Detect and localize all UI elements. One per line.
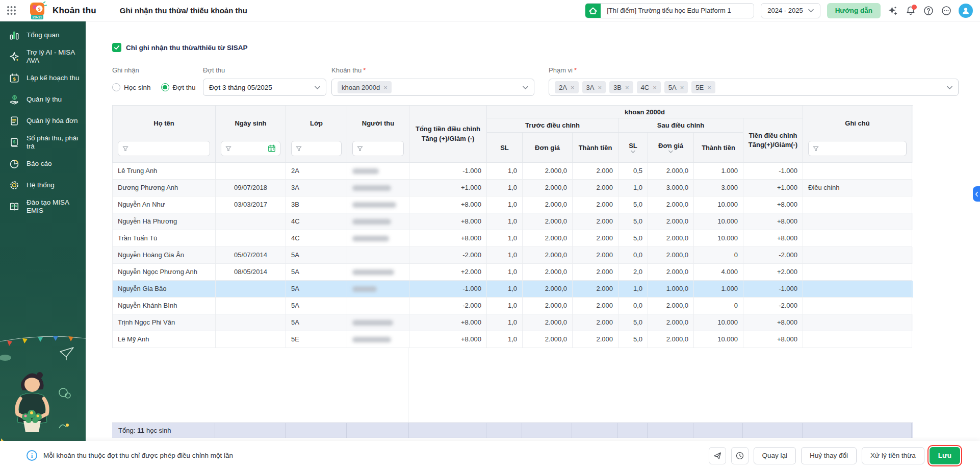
- collector-filter-input[interactable]: [352, 141, 404, 156]
- cell-pre-qty: 1,0: [487, 230, 523, 247]
- side-panel-toggle[interactable]: [973, 186, 980, 202]
- cancel-changes-button[interactable]: Huỷ thay đổi: [801, 447, 857, 464]
- cell-post-qty[interactable]: 0,0: [618, 298, 648, 314]
- table-row[interactable]: Nguyễn Khánh Bình5A-2.0001,02.000,02.000…: [113, 298, 913, 314]
- cell-post-qty[interactable]: 5,0: [618, 196, 648, 213]
- remove-tag-icon[interactable]: ×: [625, 84, 629, 91]
- cell-post-price[interactable]: 2.000,0: [648, 298, 694, 314]
- cell-post-price[interactable]: 1.000,0: [648, 281, 694, 298]
- name-filter-input[interactable]: [118, 141, 210, 156]
- cell-adjustment: -1.000: [743, 163, 803, 180]
- school-selector[interactable]: [Thí điểm] Trường tiểu học Edu Platform …: [585, 3, 754, 18]
- table-row[interactable]: Nguyễn Hoàng Gia Ân05/07/20145A-2.0001,0…: [113, 247, 913, 264]
- ai-sparkles-icon[interactable]: [887, 5, 898, 16]
- school-year-select[interactable]: 2024 - 2025: [761, 3, 820, 18]
- table-row[interactable]: Nguyễn Hà Phương4C+8.0001,02.000,02.0005…: [113, 213, 913, 230]
- cell-post-price[interactable]: 2.000,0: [648, 230, 694, 247]
- remove-tag-icon[interactable]: ×: [707, 84, 711, 91]
- cell-collector: [347, 196, 409, 213]
- handle-surplus-button[interactable]: Xử lý tiền thừa: [862, 447, 924, 464]
- sidebar-item-bar-chart[interactable]: Tổng quan: [0, 24, 86, 46]
- column-header-post-qty[interactable]: SL: [618, 133, 648, 163]
- sidebar-item-gear[interactable]: Hệ thống: [0, 175, 86, 196]
- remove-tag-icon[interactable]: ×: [653, 84, 657, 91]
- home-icon: [585, 3, 601, 18]
- cell-pre-amount: 2.000: [573, 264, 618, 281]
- cell-post-price[interactable]: 2.000,0: [648, 331, 694, 348]
- cell-post-price[interactable]: 2.000,0: [648, 213, 694, 230]
- remove-tag-icon[interactable]: ×: [383, 84, 388, 91]
- fee-item-label: Khoản thu*: [331, 66, 366, 74]
- radio-option-student[interactable]: Học sinh: [112, 83, 151, 91]
- sidebar-item-calendar-dollar[interactable]: $Lập kế hoạch thu: [0, 67, 86, 89]
- cell-post-amount: 10.000: [694, 213, 743, 230]
- sidebar-item-ledger[interactable]: $Sổ phải thu, phải trả: [0, 132, 86, 153]
- cell-post-qty[interactable]: 0,0: [618, 247, 648, 264]
- cell-post-qty[interactable]: 5,0: [618, 213, 648, 230]
- cell-post-qty[interactable]: 5,0: [618, 331, 648, 348]
- cell-pre-amount: 2.000: [573, 298, 618, 314]
- remove-tag-icon[interactable]: ×: [598, 84, 602, 91]
- cell-post-price[interactable]: 3.000,0: [648, 180, 694, 196]
- notifications-bell-icon[interactable]: [905, 5, 916, 16]
- dob-filter-input[interactable]: [221, 141, 280, 156]
- table-row[interactable]: Trần Tuấn Tú4C+8.0001,02.000,02.0005,02.…: [113, 230, 913, 247]
- app-launcher-grid-icon[interactable]: [7, 6, 16, 15]
- pie-chart-icon: [9, 158, 20, 169]
- sidebar-item-label: Quản lý hóa đơn: [27, 117, 78, 125]
- cell-post-amount: 3.000: [694, 180, 743, 196]
- table-row[interactable]: Nguyễn Gia Bảo5A-1.0001,02.000,02.0001,0…: [113, 281, 913, 298]
- sidebar-item-sparkle[interactable]: Trợ lý AI - MISA AVA: [0, 46, 86, 67]
- paper-plane-icon: [713, 451, 722, 460]
- cell-post-price[interactable]: 2.000,0: [648, 264, 694, 281]
- column-header-post-amount: Thành tiền: [694, 133, 743, 163]
- class-filter-input[interactable]: [291, 141, 342, 156]
- column-header-post-price[interactable]: Đơn giá: [648, 133, 694, 163]
- cell-post-qty[interactable]: 2,0: [618, 264, 648, 281]
- chevron-down-icon: [947, 86, 952, 89]
- cell-post-qty[interactable]: 1,0: [618, 281, 648, 298]
- sidebar-item-hand-coin[interactable]: $Quản lý thu: [0, 89, 86, 110]
- table-row[interactable]: Nguyễn An Như03/03/20173B+8.0001,02.000,…: [113, 196, 913, 213]
- save-button[interactable]: Lưu: [930, 447, 960, 464]
- cell-collector: [347, 264, 409, 281]
- table-row[interactable]: Lê Mỹ Anh5E+8.0001,02.000,02.0005,02.000…: [113, 331, 913, 348]
- cell-post-price[interactable]: 2.000,0: [648, 163, 694, 180]
- radio-option-period[interactable]: Đợt thu: [161, 83, 196, 91]
- sidebar-item-pie-chart[interactable]: Báo cáo: [0, 153, 86, 175]
- history-button[interactable]: [731, 447, 749, 464]
- svg-text:$: $: [38, 7, 40, 12]
- cell-post-price[interactable]: 2.000,0: [648, 247, 694, 264]
- scope-multiselect[interactable]: 2A×3A×3B×4C×5A×5E×: [549, 79, 959, 96]
- table-row[interactable]: Nguyễn Ngọc Phương Anh08/05/20145A+2.000…: [113, 264, 913, 281]
- table-row[interactable]: Dương Phương Anh09/07/20183A+1.0001,02.0…: [113, 180, 913, 196]
- back-button[interactable]: Quay lại: [754, 447, 796, 464]
- guide-button[interactable]: Hướng dẫn: [827, 3, 881, 18]
- cell-post-qty[interactable]: 0,5: [618, 163, 648, 180]
- cell-post-qty[interactable]: 5,0: [618, 230, 648, 247]
- cell-pre-amount: 2.000: [573, 331, 618, 348]
- cell-post-price[interactable]: 2.000,0: [648, 314, 694, 331]
- summary-cell: [572, 423, 618, 438]
- cell-total-adjustment: +8.000: [409, 230, 487, 247]
- note-filter-input[interactable]: [808, 141, 907, 156]
- cell-pre-amount: 2.000: [573, 314, 618, 331]
- sidebar-item-open-book[interactable]: Đào tạo MISA EMIS: [0, 196, 86, 217]
- more-options-icon[interactable]: [941, 5, 952, 16]
- remove-tag-icon[interactable]: ×: [680, 84, 684, 91]
- sisap-checkbox[interactable]: [112, 43, 121, 52]
- user-avatar[interactable]: [959, 4, 973, 18]
- collection-period-select[interactable]: Đợt 3 tháng 05/2025: [203, 79, 326, 96]
- cell-post-price[interactable]: 2.000,0: [648, 196, 694, 213]
- cell-pre-price: 2.000,0: [523, 180, 573, 196]
- fee-item-multiselect[interactable]: khoan 2000d×: [331, 79, 534, 96]
- cell-post-qty[interactable]: 5,0: [618, 314, 648, 331]
- table-row[interactable]: Trịnh Ngọc Phi Vân5A+8.0001,02.000,02.00…: [113, 314, 913, 331]
- cell-post-qty[interactable]: 1,0: [618, 180, 648, 196]
- remove-tag-icon[interactable]: ×: [571, 84, 575, 91]
- sidebar-item-invoice[interactable]: Quản lý hóa đơn: [0, 110, 86, 132]
- table-row[interactable]: Lê Trung Anh2A-1.0001,02.000,02.0000,52.…: [113, 163, 913, 180]
- cell-post-amount: 4.000: [694, 264, 743, 281]
- help-icon[interactable]: [923, 5, 934, 16]
- send-button[interactable]: [709, 447, 726, 464]
